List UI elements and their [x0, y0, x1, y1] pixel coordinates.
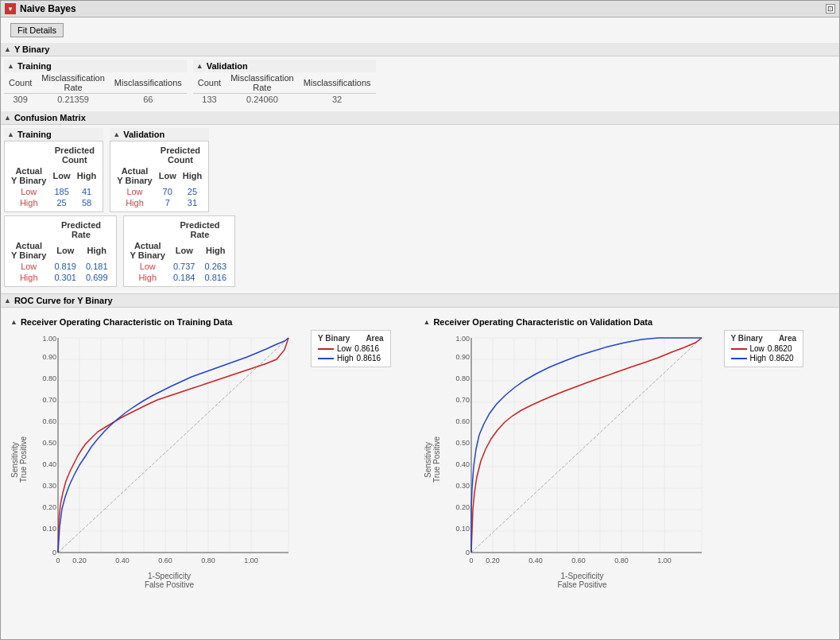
svg-text:0.60: 0.60	[42, 417, 56, 425]
val-predicted-rate-header: PredictedRate	[168, 219, 231, 240]
roc-validation-y-axis: SensitivityTrue Positive	[424, 330, 441, 589]
svg-text:0.50: 0.50	[42, 439, 56, 447]
svg-text:0.30: 0.30	[455, 482, 470, 490]
cm-val-high-low: 7	[156, 197, 180, 208]
svg-text:0.80: 0.80	[42, 374, 56, 382]
training-validation-row: ▲ Training Count MisclassificationRate M…	[4, 60, 836, 105]
svg-text:0: 0	[469, 557, 473, 564]
expand-icon[interactable]: ⊡	[826, 4, 835, 14]
cm-training-block: ▲ Training PredictedCount ActualY Binary	[4, 128, 103, 212]
cm-triangle[interactable]: ▲	[4, 114, 11, 122]
svg-text:0.60: 0.60	[571, 557, 586, 564]
validation-block: ▲ Validation Count MisclassificationRate…	[193, 60, 376, 105]
training-misclass-rate: 0.21359	[37, 94, 109, 106]
svg-text:0.10: 0.10	[42, 525, 56, 533]
svg-text:1.00: 1.00	[42, 335, 56, 343]
svg-text:0.20: 0.20	[486, 557, 500, 564]
roc-training-title: ▲ Receiver Operating Characteristic on T…	[10, 317, 417, 327]
svg-text:0.80: 0.80	[455, 374, 470, 382]
cm-training-header: ▲ Training	[4, 128, 103, 141]
svg-text:0.90: 0.90	[42, 353, 56, 361]
svg-text:0.70: 0.70	[42, 396, 56, 404]
actual-ybinary-col: ActualY Binary	[8, 165, 49, 186]
cm-validation-count-table: PredictedCount ActualY Binary Low High L…	[114, 145, 205, 208]
training-misclassifications: 66	[110, 94, 187, 106]
cm-validation-rate-table: PredictedRate ActualY Binary Low High Lo…	[127, 219, 232, 283]
legend-low-row: Low 0.8616	[318, 344, 384, 353]
roc-training-chart-area: SensitivityTrue Positive	[10, 330, 417, 589]
cm-training-count-table-wrap: PredictedCount ActualY Binary Low High L…	[4, 141, 103, 212]
val-legend-low-label: Low	[750, 344, 765, 353]
high-col: High	[74, 165, 99, 186]
cm-tr-high-low: 25	[49, 197, 73, 208]
legend-high-label: High	[337, 354, 354, 363]
legend-col2: Area	[366, 334, 383, 343]
validation-count: 133	[193, 94, 226, 106]
y-binary-section: ▲ Training Count MisclassificationRate M…	[1, 60, 839, 111]
roc-triangle[interactable]: ▲	[4, 297, 11, 304]
validation-misclass-rate: 0.24060	[226, 94, 298, 106]
validation-label: Validation	[207, 61, 248, 71]
predicted-rate-header: PredictedRate	[49, 219, 112, 240]
cm-tr-low-label: Low	[8, 186, 49, 197]
legend-header: Y Binary Area	[318, 334, 384, 343]
val-legend-header: Y Binary Area	[731, 334, 797, 343]
svg-text:0.80: 0.80	[201, 557, 215, 564]
svg-text:0.30: 0.30	[42, 482, 56, 490]
cm-rate-row: PredictedRate ActualY Binary Low High Lo…	[4, 215, 836, 287]
collapse-triangle[interactable]: ▲	[4, 45, 11, 53]
cm-training-rate-table-wrap: PredictedRate ActualY Binary Low High Lo…	[4, 215, 117, 287]
col-misclass-rate: MisclassificationRate	[37, 72, 109, 94]
cm-val-low-label: Low	[114, 186, 155, 197]
svg-text:1.00: 1.00	[657, 557, 672, 564]
roc-training-container: ▲ Receiver Operating Characteristic on T…	[7, 314, 420, 592]
svg-text:0: 0	[52, 549, 56, 557]
cm-top-row: ▲ Training PredictedCount ActualY Binary	[4, 128, 836, 212]
val-col-count: Count	[193, 72, 226, 94]
validation-misclassifications: 32	[299, 94, 376, 106]
cm-validation-block: ▲ Validation PredictedCount ActualY Bina…	[110, 128, 209, 212]
val-actual-col: ActualY Binary	[114, 165, 155, 186]
val-y-axis-label: SensitivityTrue Positive	[424, 436, 441, 483]
cm-tr-low-high: 41	[74, 186, 99, 197]
val-legend-blue-line	[731, 358, 747, 359]
roc-validation-title: ▲ Receiver Operating Characteristic on V…	[424, 317, 830, 327]
val-high-col: High	[180, 165, 205, 186]
y-binary-label: Y Binary	[14, 45, 49, 54]
val-legend-high-row: High 0.8620	[731, 354, 797, 363]
svg-text:0.60: 0.60	[158, 557, 172, 564]
roc-validation-legend: Y Binary Area Low 0.8620 High 0.8620	[724, 330, 804, 367]
roc-training-legend: Y Binary Area Low 0.8616 High 0.8616	[311, 330, 391, 367]
validation-triangle[interactable]: ▲	[196, 62, 203, 70]
col-count: Count	[4, 72, 37, 94]
x-axis-label: 1-SpecificityFalse Positive	[34, 572, 304, 589]
cm-tr-high-high: 58	[74, 197, 99, 208]
svg-text:0.20: 0.20	[72, 557, 87, 564]
val-col-misclassifications: Misclassifications	[299, 72, 376, 94]
svg-text:1.00: 1.00	[455, 335, 470, 343]
training-triangle[interactable]: ▲	[7, 62, 14, 70]
cm-training-count-table: PredictedCount ActualY Binary Low High L…	[8, 145, 99, 208]
roc-label: ROC Curve for Y Binary	[14, 296, 113, 305]
fit-details-button[interactable]: Fit Details	[10, 23, 64, 37]
roc-validation-chart-area: SensitivityTrue Positive	[424, 330, 830, 589]
roc-training-y-axis: SensitivityTrue Positive	[10, 330, 28, 589]
cm-tr-high-label: High	[8, 197, 49, 208]
legend-blue-line	[318, 358, 334, 359]
svg-text:0.10: 0.10	[455, 525, 470, 533]
svg-text:0.40: 0.40	[42, 460, 56, 468]
validation-stats-table: Count MisclassificationRate Misclassific…	[193, 72, 376, 105]
roc-validation-svg: 0 0.10 0.20 0.30 0.40 0.50 0.60 0.70 0.8…	[447, 330, 718, 568]
confusion-matrix-header: ▲ Confusion Matrix	[1, 111, 839, 125]
svg-text:0.90: 0.90	[455, 353, 470, 361]
svg-text:0: 0	[465, 549, 469, 557]
predicted-count-header: PredictedCount	[49, 145, 99, 165]
roc-training-svg-container: 0 0.10 0.20 0.30 0.40 0.50 0.60 0.70 0.8…	[34, 330, 304, 589]
val-predicted-count-header: PredictedCount	[156, 145, 205, 165]
cm-val-low-high: 25	[180, 186, 205, 197]
cm-val-high-label: High	[114, 197, 155, 208]
val-legend-col1: Y Binary	[731, 334, 763, 343]
val-legend-col2: Area	[779, 334, 796, 343]
val-x-axis-label: 1-SpecificityFalse Positive	[447, 572, 718, 589]
svg-text:0.50: 0.50	[455, 439, 470, 447]
